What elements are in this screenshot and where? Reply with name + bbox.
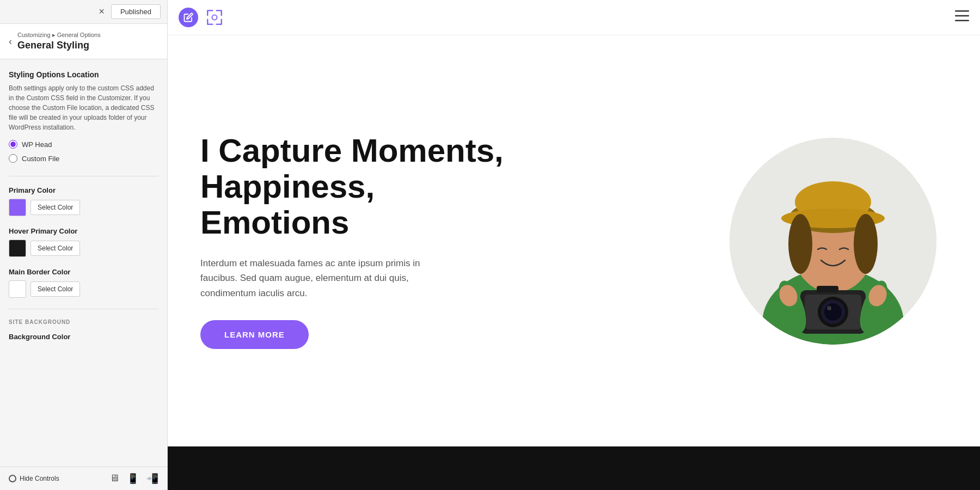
svg-point-14 <box>854 214 878 274</box>
radio-custom-file[interactable]: Custom File <box>9 154 158 163</box>
hide-controls-button[interactable]: Hide Controls <box>9 475 59 482</box>
tablet-icon[interactable]: 📱 <box>127 473 139 485</box>
close-button[interactable]: × <box>99 6 105 17</box>
breadcrumb: Customizing ▸ General Options <box>17 32 101 39</box>
main-border-color-row: Select Color <box>9 280 158 298</box>
preview-icons-left <box>179 5 226 29</box>
main-border-color-btn[interactable]: Select Color <box>30 281 80 297</box>
learn-more-button[interactable]: LEARN MORE <box>200 320 309 349</box>
desktop-icon[interactable]: 🖥 <box>109 473 119 485</box>
divider-2 <box>9 309 158 309</box>
preview-content: I Capture Moments, Happiness, Emotions I… <box>168 35 980 446</box>
panel-top-bar: × Published <box>0 0 167 24</box>
divider-1 <box>9 176 158 176</box>
primary-color-row: Select Color <box>9 199 158 216</box>
published-button[interactable]: Published <box>111 4 161 19</box>
hero-subtitle: Interdum et malesuada fames ac ante ipsu… <box>200 256 440 301</box>
panel-title: General Styling <box>17 40 101 51</box>
svg-point-20 <box>827 306 831 310</box>
styling-options-title: Styling Options Location <box>9 70 158 79</box>
svg-point-19 <box>824 303 842 321</box>
main-border-color-label: Main Border Color <box>9 268 158 276</box>
styling-options-desc: Both settings apply only to the custom C… <box>9 83 158 132</box>
primary-color-section: Primary Color Select Color <box>9 186 158 216</box>
main-border-color-swatch[interactable] <box>9 280 26 298</box>
radio-wp-head-input[interactable] <box>9 140 17 149</box>
right-panel: I Capture Moments, Happiness, Emotions I… <box>168 0 980 490</box>
background-color-label: Background Color <box>9 333 158 341</box>
hide-controls-label: Hide Controls <box>20 475 59 482</box>
hide-controls-icon <box>9 475 16 482</box>
preview-bottom-bar <box>168 446 980 490</box>
svg-rect-21 <box>817 286 838 292</box>
hover-primary-color-label: Hover Primary Color <box>9 227 158 235</box>
hover-primary-color-swatch[interactable] <box>9 240 26 257</box>
radio-wp-head[interactable]: WP Head <box>9 140 158 149</box>
left-panel: × Published ‹ Customizing ▸ General Opti… <box>0 0 168 490</box>
back-button[interactable]: ‹ <box>9 36 12 47</box>
svg-point-13 <box>788 214 812 274</box>
hover-primary-color-btn[interactable]: Select Color <box>30 241 80 256</box>
radio-custom-file-input[interactable] <box>9 154 17 163</box>
svg-rect-2 <box>955 15 969 17</box>
primary-color-swatch[interactable] <box>9 199 26 216</box>
radio-custom-file-label: Custom File <box>22 155 59 163</box>
svg-rect-1 <box>955 10 969 12</box>
breadcrumb-area: Customizing ▸ General Options General St… <box>17 32 101 51</box>
mobile-icon[interactable]: 📲 <box>146 473 158 485</box>
bottom-bar: Hide Controls 🖥 📱 📲 <box>0 467 167 490</box>
primary-color-btn[interactable]: Select Color <box>30 200 80 215</box>
panel-content: Styling Options Location Both settings a… <box>0 59 167 467</box>
hover-primary-color-section: Hover Primary Color Select Color <box>9 227 158 257</box>
focus-frame-icon[interactable] <box>203 5 226 29</box>
preview-toolbar <box>168 0 980 35</box>
svg-rect-3 <box>955 20 969 22</box>
preview-image-area <box>730 138 936 345</box>
main-border-color-section: Main Border Color Select Color <box>9 268 158 298</box>
device-icons: 🖥 📱 📲 <box>109 473 158 485</box>
pencil-icon[interactable] <box>179 8 198 27</box>
hover-primary-color-row: Select Color <box>9 240 158 257</box>
panel-header: ‹ Customizing ▸ General Options General … <box>0 24 167 59</box>
primary-color-label: Primary Color <box>9 186 158 194</box>
radio-wp-head-label: WP Head <box>22 140 52 149</box>
svg-point-0 <box>212 15 217 20</box>
preview-text-area: I Capture Moments, Happiness, Emotions I… <box>200 133 527 349</box>
hamburger-icon[interactable] <box>955 10 969 24</box>
hero-title: I Capture Moments, Happiness, Emotions <box>200 133 527 241</box>
site-background-label: SITE BACKGROUND <box>9 319 158 325</box>
radio-group: WP Head Custom File <box>9 140 158 163</box>
